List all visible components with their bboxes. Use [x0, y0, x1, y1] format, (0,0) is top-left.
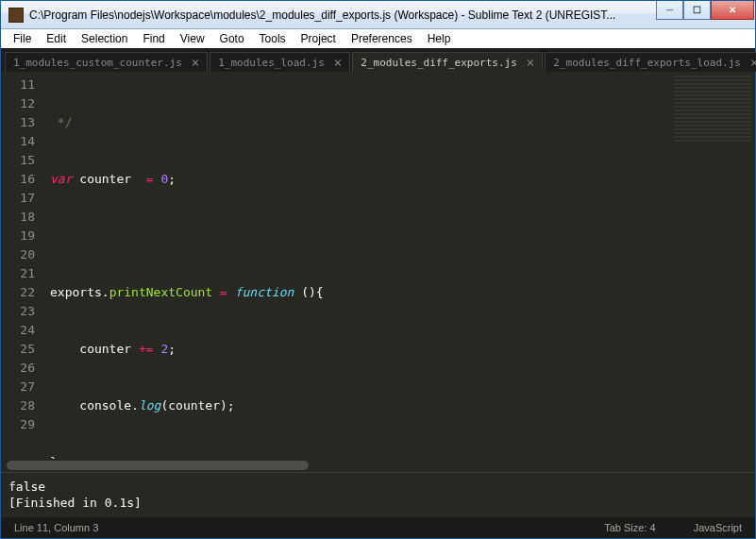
- menu-tools[interactable]: Tools: [253, 30, 293, 47]
- line-number: 23: [1, 302, 35, 321]
- line-number: 25: [1, 340, 35, 359]
- close-icon[interactable]: ×: [750, 56, 756, 69]
- minimap-preview: [674, 76, 751, 142]
- status-syntax[interactable]: JavaScript: [694, 522, 742, 533]
- code-token: =: [212, 285, 234, 299]
- code-token: ;: [168, 342, 176, 356]
- code-token: counter: [79, 172, 131, 186]
- line-number: 13: [1, 113, 35, 132]
- line-number: 20: [1, 245, 35, 264]
- code-token: =: [131, 172, 160, 186]
- menu-edit[interactable]: Edit: [40, 30, 73, 47]
- line-number: 19: [1, 227, 35, 245]
- console-line: false: [8, 479, 748, 495]
- menu-selection[interactable]: Selection: [75, 30, 134, 47]
- title-bar[interactable]: C:\Program Files\nodejs\Workspace\module…: [1, 1, 755, 29]
- menu-bar: File Edit Selection Find View Goto Tools…: [1, 29, 755, 48]
- line-number: 12: [1, 94, 35, 113]
- line-number: 26: [1, 359, 35, 378]
- minimize-button[interactable]: ─: [656, 1, 683, 20]
- menu-help[interactable]: Help: [421, 30, 458, 47]
- close-button[interactable]: ✕: [711, 1, 754, 20]
- console-line: [Finished in 0.1s]: [8, 495, 748, 511]
- code-token: function: [235, 285, 294, 299]
- tab-file-1[interactable]: 1_modules_load.js×: [210, 52, 350, 72]
- code-token: ;: [168, 172, 176, 186]
- code-token: printNextCount: [109, 285, 213, 299]
- line-number: 15: [1, 151, 35, 170]
- code-area[interactable]: */ var counter = 0; exports.printNextCou…: [44, 72, 670, 459]
- line-number: 28: [1, 396, 35, 415]
- line-number: 29: [1, 415, 35, 434]
- tab-label: 2_modules_diff_exports_load.js: [553, 57, 741, 69]
- line-number: 16: [1, 170, 35, 189]
- app-window: C:\Program Files\nodejs\Workspace\module…: [0, 0, 756, 539]
- code-token: exports.: [50, 285, 109, 299]
- build-output-panel[interactable]: false [Finished in 0.1s]: [1, 472, 755, 517]
- code-token: +=: [139, 342, 154, 356]
- menu-find[interactable]: Find: [136, 30, 171, 47]
- window-title: C:\Program Files\nodejs\Workspace\module…: [29, 8, 656, 22]
- tab-file-2-active[interactable]: 2_modules_diff_exports.js×: [352, 52, 543, 72]
- line-number: 17: [1, 189, 35, 208]
- tab-file-0[interactable]: 1_modules_custom_counter.js×: [5, 52, 208, 72]
- status-cursor-position[interactable]: Line 11, Column 3: [14, 522, 604, 533]
- status-tab-size[interactable]: Tab Size: 4: [604, 522, 655, 533]
- menu-file[interactable]: File: [7, 30, 38, 47]
- line-number: 27: [1, 378, 35, 396]
- window-controls: ─ ☐ ✕: [656, 1, 754, 20]
- tab-label: 1_modules_custom_counter.js: [13, 57, 182, 69]
- horizontal-scrollbar[interactable]: [1, 459, 755, 472]
- close-icon[interactable]: ×: [334, 56, 342, 69]
- status-bar: Line 11, Column 3 Tab Size: 4 JavaScript: [1, 517, 755, 538]
- code-token: (){: [294, 285, 323, 299]
- code-token: }: [50, 455, 58, 459]
- editor[interactable]: 11 12 13 14 15 16 17 18 19 20 21 22 23 2…: [1, 72, 755, 459]
- menu-view[interactable]: View: [174, 30, 211, 47]
- code-token: */: [50, 115, 72, 129]
- close-icon[interactable]: ×: [527, 56, 534, 69]
- menu-project[interactable]: Project: [294, 30, 343, 47]
- line-number: 11: [1, 76, 35, 94]
- line-number: 21: [1, 264, 35, 283]
- menu-preferences[interactable]: Preferences: [344, 30, 419, 47]
- code-token: log: [139, 398, 160, 413]
- code-token: (counter);: [160, 398, 234, 413]
- close-icon[interactable]: ×: [192, 56, 199, 69]
- code-token: counter: [50, 342, 139, 356]
- tab-label: 1_modules_load.js: [218, 57, 325, 69]
- line-number: 22: [1, 283, 35, 302]
- scrollbar-thumb[interactable]: [7, 461, 309, 470]
- line-number: 14: [1, 132, 35, 151]
- tab-file-3[interactable]: 2_modules_diff_exports_load.js×: [545, 52, 756, 72]
- app-icon: [8, 8, 24, 23]
- tab-bar: 1_modules_custom_counter.js× 1_modules_l…: [1, 48, 755, 72]
- menu-goto[interactable]: Goto: [213, 30, 251, 47]
- tab-label: 2_modules_diff_exports.js: [361, 57, 517, 69]
- code-token: var: [50, 172, 72, 186]
- code-token: console.: [50, 398, 139, 413]
- line-gutter: 11 12 13 14 15 16 17 18 19 20 21 22 23 2…: [1, 72, 44, 459]
- maximize-button[interactable]: ☐: [683, 1, 711, 20]
- minimap[interactable]: [670, 72, 755, 459]
- line-number: 24: [1, 321, 35, 340]
- line-number: 18: [1, 208, 35, 227]
